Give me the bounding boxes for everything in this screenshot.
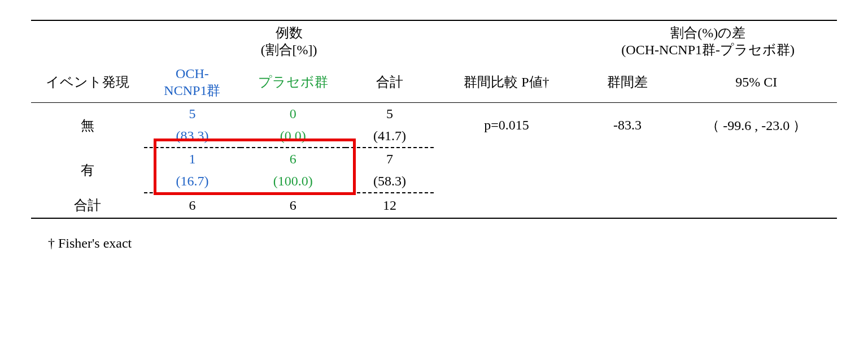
col-ci: 95% CI [676,62,837,103]
cell-none-pbo-pct: (0.0) [241,125,346,148]
cell-pvalue: p=0.015 [434,103,579,148]
cell-none-tot-pct: (41.7) [346,125,434,148]
col-placebo: プラセボ群 [241,62,346,103]
cell-yes-och-pct: (16.7) [144,170,241,193]
cell-none-och-n: 5 [144,103,241,126]
col-event: イベント発現 [31,62,144,103]
cell-yes-tot-pct: (58.3) [346,170,434,193]
cell-yes-pbo-pct: (100.0) [241,170,346,193]
statistics-table-wrap: 例数 (割合[%]) 割合(%)の差 (OCH-NCNP1群-プラセボ群) イベ… [31,20,837,219]
col-diff: 群間差 [579,62,675,103]
header-count: 例数 (割合[%]) [144,20,434,62]
cell-none-pbo-n: 0 [241,103,346,126]
cell-none-och-pct: (83.3) [144,125,241,148]
row-yes-label: 有 [31,148,144,193]
cell-yes-pbo-n: 6 [241,148,346,170]
cell-none-tot-n: 5 [346,103,434,126]
col-total: 合計 [346,62,434,103]
row-none-label: 無 [31,103,144,148]
col-pvalue: 群間比較 P値† [434,62,579,103]
cell-total-och: 6 [144,193,241,218]
cell-diff: -83.3 [579,103,675,148]
row-total-label: 合計 [31,193,144,218]
col-och: OCH- NCNP1群 [144,62,241,103]
cell-ci: （ -99.6 , -23.0 ） [676,103,837,148]
header-difference: 割合(%)の差 (OCH-NCNP1群-プラセボ群) [579,20,837,62]
cell-yes-och-n: 1 [144,148,241,170]
cell-total-tot: 12 [346,193,434,218]
statistics-table: 例数 (割合[%]) 割合(%)の差 (OCH-NCNP1群-プラセボ群) イベ… [31,20,837,219]
cell-total-pbo: 6 [241,193,346,218]
cell-yes-tot-n: 7 [346,148,434,170]
footnote: † Fisher's exact [31,236,837,251]
